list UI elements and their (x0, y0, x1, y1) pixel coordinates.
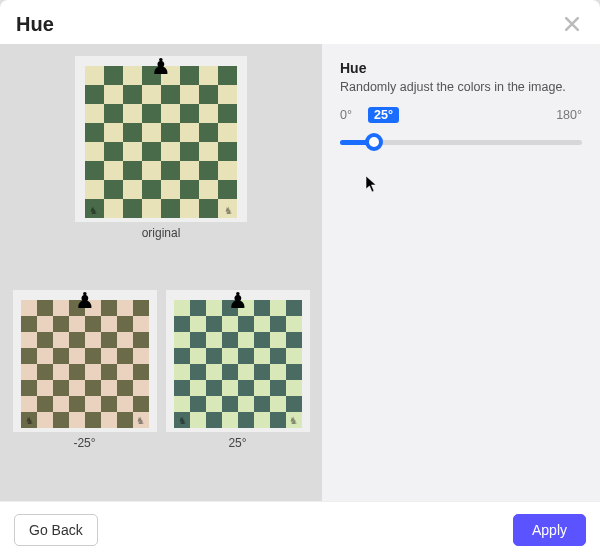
cursor-icon (365, 175, 379, 197)
preview-item-plus: ♟♞♞ 25° (166, 290, 310, 450)
slider-labels: 0° 25° 180° (340, 108, 582, 122)
preview-caption-plus: 25° (228, 436, 246, 450)
chessboard-image-plus: ♟♞♞ (174, 300, 302, 428)
preview-item-original: ♟♞♞ original (75, 56, 247, 240)
preview-caption-minus: -25° (73, 436, 95, 450)
preview-variants-row: ♟♞♞ -25° ♟♞♞ 25° (0, 290, 322, 450)
setting-title: Hue (340, 60, 582, 76)
hue-modal: Hue ♟♞♞ original ♟♞♞ -25° (0, 0, 600, 558)
settings-panel: Hue Randomly adjust the colors in the im… (322, 44, 600, 501)
modal-title: Hue (16, 13, 54, 36)
slider-value-badge: 25° (368, 107, 399, 123)
close-icon (562, 14, 582, 34)
modal-footer: Go Back Apply (0, 501, 600, 558)
slider-thumb[interactable] (365, 133, 383, 151)
close-button[interactable] (560, 12, 584, 36)
setting-description: Randomly adjust the colors in the image. (340, 80, 582, 94)
preview-item-minus: ♟♞♞ -25° (13, 290, 157, 450)
preview-caption-original: original (142, 226, 181, 240)
preview-original: ♟♞♞ original (75, 56, 247, 240)
slider-max-label: 180° (556, 108, 582, 122)
hue-slider[interactable] (340, 132, 582, 152)
apply-button[interactable]: Apply (513, 514, 586, 546)
modal-header: Hue (0, 0, 600, 44)
slider-min-label: 0° (340, 108, 352, 122)
chessboard-image-original: ♟♞♞ (85, 66, 237, 218)
preview-panel: ♟♞♞ original ♟♞♞ -25° ♟♞♞ 25° (0, 44, 322, 501)
go-back-button[interactable]: Go Back (14, 514, 98, 546)
modal-content: ♟♞♞ original ♟♞♞ -25° ♟♞♞ 25° (0, 44, 600, 501)
chessboard-image-minus: ♟♞♞ (21, 300, 149, 428)
